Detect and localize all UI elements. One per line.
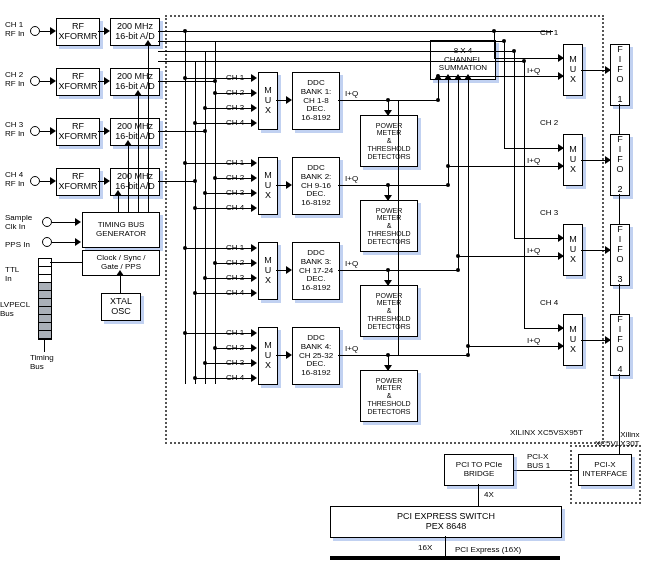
ddc-3: DDC BANK 3: CH 17-24 DEC. 16-8192	[292, 242, 340, 300]
pps-port	[42, 237, 52, 247]
rf-xformr-3: RF XFORMR	[56, 118, 100, 146]
mux-4: M U X	[258, 327, 278, 385]
adc-1: 200 MHz 16-bit A/D	[110, 18, 160, 46]
xtal-osc: XTAL OSC	[101, 293, 141, 321]
ttl-label: TTL In	[5, 265, 19, 283]
out-mux-2: M U X	[563, 134, 583, 186]
ddc-4: DDC BANK 4: CH 25-32 DEC. 16-8192	[292, 327, 340, 385]
ch2-rf-port	[30, 76, 40, 86]
lanes-4x: 4X	[484, 490, 494, 499]
adc-3: 200 MHz 16-bit A/D	[110, 118, 160, 146]
timing-bus-generator: TIMING BUS GENERATOR	[82, 212, 160, 248]
timing-bus-v-label: Timing Bus	[30, 353, 54, 371]
ddc-1: DDC BANK 1: CH 1-8 DEC. 16-8192	[292, 72, 340, 130]
power-meter-2: POWER METER & THRESHOLD DETECTORS	[360, 200, 418, 252]
ch1-rf-port	[30, 26, 40, 36]
out-ch3-label: CH 3	[540, 208, 558, 217]
out-ch1-label: CH 1	[540, 28, 558, 37]
out-iq-1: I+Q	[527, 66, 540, 75]
power-meter-4: POWER METER & THRESHOLD DETECTORS	[360, 370, 418, 422]
rf-xformr-1: RF XFORMR	[56, 18, 100, 46]
pci-bridge: PCI TO PCIe BRIDGE	[444, 454, 514, 486]
mux-2: M U X	[258, 157, 278, 215]
ch3-rf-port	[30, 126, 40, 136]
pcix-bus-label: PCI-X BUS 1	[527, 452, 550, 470]
iq-4: I+Q	[345, 344, 358, 353]
fifo-1: F I F O 1	[610, 44, 630, 106]
ch2-rf-label: CH 2 RF In	[5, 70, 25, 88]
out-ch4-label: CH 4	[540, 298, 558, 307]
mux-1: M U X	[258, 72, 278, 130]
ch4-rf-port	[30, 176, 40, 186]
sample-clk-label: Sample Clk In	[5, 213, 32, 231]
fifo-2: F I F O 2	[610, 134, 630, 196]
lvpecl-label: LVPECL Bus	[0, 300, 30, 318]
out-iq-3: I+Q	[527, 246, 540, 255]
fifo-3: F I F O 3	[610, 224, 630, 286]
ch3-rf-label: CH 3 RF In	[5, 120, 25, 138]
out-iq-4: I+Q	[527, 336, 540, 345]
power-meter-1: POWER METER & THRESHOLD DETECTORS	[360, 115, 418, 167]
iq-2: I+Q	[345, 174, 358, 183]
rf-xformr-2: RF XFORMR	[56, 68, 100, 96]
iq-1: I+Q	[345, 89, 358, 98]
power-meter-3: POWER METER & THRESHOLD DETECTORS	[360, 285, 418, 337]
rf-xformr-4: RF XFORMR	[56, 168, 100, 196]
iq-3: I+Q	[345, 259, 358, 268]
out-iq-2: I+Q	[527, 156, 540, 165]
out-mux-1: M U X	[563, 44, 583, 96]
fpga-side-label: Xilinx XC5VLX30T	[595, 430, 639, 448]
sample-clk-port	[42, 217, 52, 227]
ch4-rf-label: CH 4 RF In	[5, 170, 25, 188]
mux-3: M U X	[258, 242, 278, 300]
pcie-16x-label: PCI Express (16X)	[455, 545, 521, 554]
out-ch2-label: CH 2	[540, 118, 558, 127]
pps-label: PPS In	[5, 240, 30, 249]
fifo-4: F I F O 4	[610, 314, 630, 376]
pcix-interface: PCI-X INTERFACE	[578, 454, 632, 486]
out-mux-4: M U X	[563, 314, 583, 366]
ddc-2: DDC BANK 2: CH 9-16 DEC. 16-8192	[292, 157, 340, 215]
timing-bus-connector	[38, 258, 52, 340]
ch1-rf-label: CH 1 RF In	[5, 20, 25, 38]
fpga-main-label: XILINX XC5VSX95T	[510, 428, 583, 437]
pci-switch: PCI EXPRESS SWITCH PEX 8648	[330, 506, 562, 538]
lanes-16x: 16X	[418, 543, 432, 552]
out-mux-3: M U X	[563, 224, 583, 276]
